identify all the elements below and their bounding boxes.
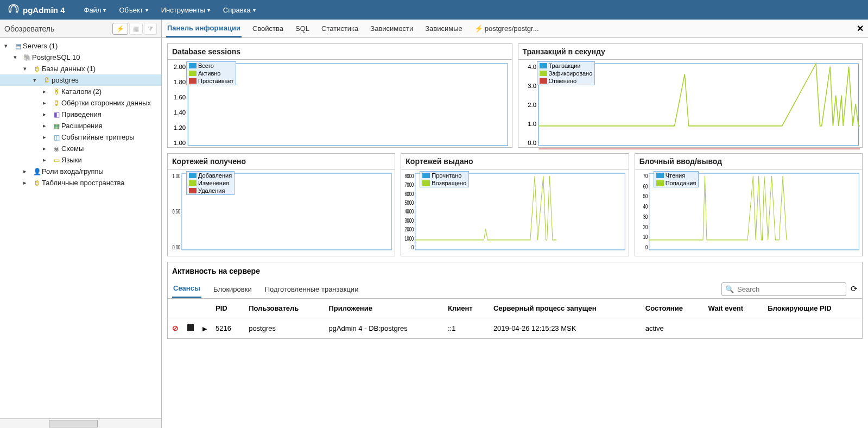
chevron-icon[interactable]: ▸ xyxy=(43,122,52,129)
chart-legend: ЧтенияПопадания xyxy=(654,171,699,187)
tab-Зависимост[interactable]: Зависимости xyxy=(369,21,414,36)
chevron-icon[interactable]: ▸ xyxy=(23,168,32,175)
tab-Панель инф[interactable]: Панель информации xyxy=(166,20,242,37)
tree-label: postgres xyxy=(52,76,79,84)
stop-icon[interactable] xyxy=(187,324,194,331)
tree-label: Servers (1) xyxy=(23,42,58,50)
column-header[interactable]: PID xyxy=(211,299,244,318)
column-header[interactable] xyxy=(168,299,183,318)
filter-button[interactable]: ⧩ xyxy=(144,23,157,35)
menu-инструменты[interactable]: Инструменты ▾ xyxy=(155,2,217,18)
chevron-down-icon: ▾ xyxy=(103,7,106,13)
svg-text:1.0: 1.0 xyxy=(528,121,536,127)
terminate-icon[interactable]: ⊘ xyxy=(172,324,179,332)
column-header[interactable]: Пользователь xyxy=(244,299,324,318)
svg-text:40: 40 xyxy=(643,203,647,210)
tree-node[interactable]: ▸▭Языки xyxy=(0,154,161,166)
column-header[interactable]: Клиент xyxy=(443,299,489,318)
svg-text:8000: 8000 xyxy=(405,173,414,180)
chevron-icon[interactable]: ▾ xyxy=(14,54,22,61)
activity-tab[interactable]: Подготовленные транзакции xyxy=(264,281,360,298)
view-data-button[interactable]: ▦ xyxy=(129,23,143,35)
tree-label: Каталоги (2) xyxy=(61,87,102,96)
column-header[interactable]: Серверный процесс запущен xyxy=(489,299,641,318)
svg-text:4.0: 4.0 xyxy=(528,64,536,70)
svg-text:30: 30 xyxy=(643,213,647,220)
activity-tab[interactable]: Сеансы xyxy=(172,280,201,298)
svg-text:10: 10 xyxy=(643,234,647,241)
tree-label: Расширения xyxy=(61,122,103,130)
refresh-button[interactable]: ⟳ xyxy=(851,284,858,294)
svg-text:5000: 5000 xyxy=(405,199,414,206)
cell-client: ::1 xyxy=(443,318,489,338)
chart-title: Транзакций в секунду xyxy=(518,44,863,60)
tree-node[interactable]: ▸🛢Обёртки сторонних данных xyxy=(0,97,161,109)
svg-text:1.80: 1.80 xyxy=(174,79,186,85)
chevron-icon[interactable]: ▸ xyxy=(43,88,52,95)
cell-block xyxy=(763,318,862,338)
tree-node[interactable]: ▸🛢Каталоги (2) xyxy=(0,86,161,97)
column-header[interactable]: Блокирующие PID xyxy=(763,299,862,318)
svg-text:60: 60 xyxy=(643,182,647,190)
object-tree: ▾▤Servers (1)▾🐘PostgreSQL 10▾🛢Базы данны… xyxy=(0,38,161,418)
svg-text:0.0: 0.0 xyxy=(528,140,536,146)
activity-search[interactable]: 🔍 xyxy=(721,282,846,296)
column-header[interactable]: Приложение xyxy=(324,299,443,318)
tree-label: Роли входа/группы xyxy=(42,167,104,175)
svg-text:0: 0 xyxy=(411,243,414,250)
tree-node[interactable]: ▾▤Servers (1) xyxy=(0,40,161,52)
chevron-icon[interactable]: ▸ xyxy=(43,156,52,163)
chevron-icon[interactable]: ▾ xyxy=(33,77,42,84)
chart-legend: ВсегоАктивноПростаивает xyxy=(186,61,236,85)
tree-node[interactable]: ▸🛢Табличные пространства xyxy=(0,177,161,188)
tree-node[interactable]: ▸◫Событийные триггеры xyxy=(0,131,161,143)
svg-text:0.00: 0.00 xyxy=(173,243,181,250)
svg-text:0.50: 0.50 xyxy=(173,208,181,215)
chevron-icon[interactable]: ▸ xyxy=(43,111,52,118)
column-header[interactable]: Wait event xyxy=(704,299,764,318)
chevron-icon[interactable]: ▸ xyxy=(43,145,52,152)
search-input[interactable] xyxy=(737,285,842,293)
chevron-icon[interactable]: ▸ xyxy=(43,134,52,141)
server-activity-panel: Активность на сервере СеансыБлокировкиПо… xyxy=(167,262,863,339)
tree-node[interactable]: ▸◧Приведения xyxy=(0,109,161,120)
tree-node[interactable]: ▸◉Схемы xyxy=(0,143,161,154)
tree-node[interactable]: ▾🛢Базы данных (1) xyxy=(0,63,161,74)
query-tool-button[interactable]: ⚡ xyxy=(112,23,128,35)
tab-Статистика[interactable]: Статистика xyxy=(320,21,359,36)
menu-справка[interactable]: Справка ▾ xyxy=(217,2,262,18)
horizontal-scrollbar[interactable] xyxy=(0,418,161,428)
menu-объект[interactable]: Объект ▾ xyxy=(112,2,154,18)
activity-tab[interactable]: Блокировки xyxy=(212,281,253,298)
tabs-strip: Панель информацииСвойстваSQLСтатистикаЗа… xyxy=(162,20,868,38)
column-header[interactable]: Состояние xyxy=(641,299,704,318)
cell-app: pgAdmin 4 - DB:postgres xyxy=(324,318,443,338)
tree-node[interactable]: ▸👤Роли входа/группы xyxy=(0,166,161,177)
chevron-icon[interactable]: ▸ xyxy=(23,179,32,186)
chart-title: Блочный ввод/вывод xyxy=(635,154,862,169)
cell-user: postgres xyxy=(244,318,324,338)
svg-text:1.20: 1.20 xyxy=(174,124,186,131)
chevron-icon[interactable]: ▸ xyxy=(43,99,52,106)
tree-node[interactable]: ▾🛢postgres xyxy=(0,74,161,86)
tree-node[interactable]: ▾🐘PostgreSQL 10 xyxy=(0,52,161,63)
table-row[interactable]: ⊘ ▶ 5216 postgres pgAdmin 4 - DB:postgre… xyxy=(168,318,862,338)
tab-Свойства[interactable]: Свойства xyxy=(251,21,284,36)
tree-node[interactable]: ▸▦Расширения xyxy=(0,120,161,131)
tab-Зависимые[interactable]: Зависимые xyxy=(424,21,464,36)
svg-text:7000: 7000 xyxy=(405,181,414,188)
menu-файл[interactable]: Файл ▾ xyxy=(78,2,113,18)
tab-SQL[interactable]: SQL xyxy=(294,21,311,36)
column-header[interactable] xyxy=(198,299,211,318)
expand-row-icon[interactable]: ▶ xyxy=(202,325,207,332)
chart-title: Кортежей получено xyxy=(168,154,395,169)
chart-title: Database sessions xyxy=(168,44,512,60)
dashboard: Database sessions 2.001.801.601.401.201.… xyxy=(162,38,868,428)
close-icon[interactable]: ✕ xyxy=(857,23,864,34)
chevron-icon[interactable]: ▾ xyxy=(23,65,32,72)
chart-panel: Кортежей получено 1.000.500.00 Добавлени… xyxy=(167,153,395,256)
svg-text:1.00: 1.00 xyxy=(174,140,186,146)
chevron-icon[interactable]: ▾ xyxy=(4,42,13,49)
column-header[interactable] xyxy=(183,299,198,318)
tab-postgres/p[interactable]: ⚡postgres/postgr... xyxy=(473,21,540,36)
